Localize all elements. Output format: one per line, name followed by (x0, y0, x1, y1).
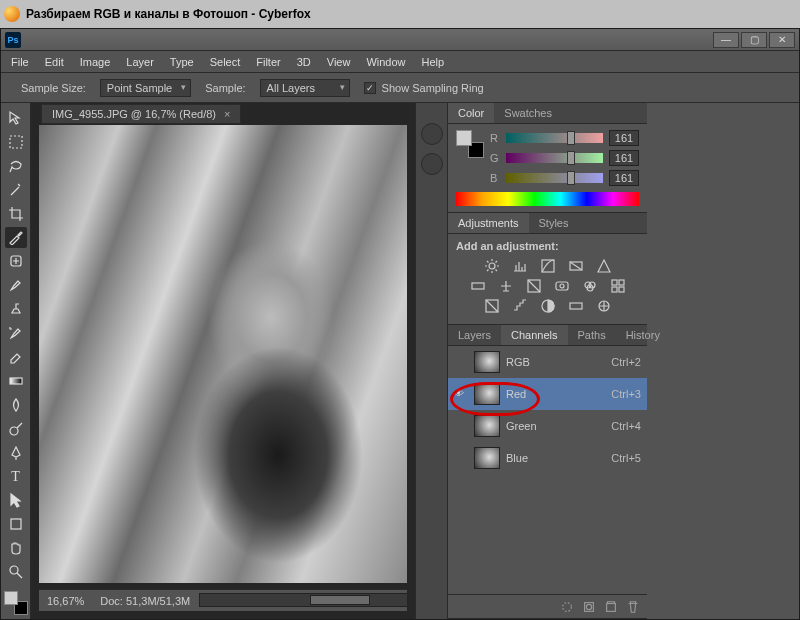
adj-photofilter-icon[interactable] (553, 278, 571, 294)
canvas[interactable]: 16,67% Doc: 51,3M/51,3M (39, 125, 407, 611)
collapsed-panels (415, 103, 447, 619)
pen-tool[interactable] (5, 442, 27, 464)
menu-layer[interactable]: Layer (126, 56, 154, 68)
visibility-toggle[interactable] (454, 451, 468, 465)
color-fg-bg[interactable] (456, 130, 484, 158)
adj-levels-icon[interactable] (511, 258, 529, 274)
r-slider[interactable] (506, 133, 603, 143)
adj-colorbalance-icon[interactable] (497, 278, 515, 294)
gradient-tool[interactable] (5, 370, 27, 392)
adj-exposure-icon[interactable] (567, 258, 585, 274)
magic-wand-tool[interactable] (5, 179, 27, 201)
fg-bg-swatch[interactable] (4, 591, 28, 615)
menu-file[interactable]: File (11, 56, 29, 68)
app-titlebar[interactable]: Ps — ▢ ✕ (1, 29, 799, 51)
zoom-tool[interactable] (5, 561, 27, 583)
b-value[interactable]: 161 (609, 170, 639, 186)
channel-blue[interactable]: Blue Ctrl+5 (448, 442, 647, 474)
adj-bw-icon[interactable] (525, 278, 543, 294)
menu-help[interactable]: Help (422, 56, 445, 68)
dodge-tool[interactable] (5, 418, 27, 440)
adj-invert-icon[interactable] (483, 298, 501, 314)
lasso-tool[interactable] (5, 155, 27, 177)
adj-vibrance-icon[interactable] (595, 258, 613, 274)
menu-edit[interactable]: Edit (45, 56, 64, 68)
menu-window[interactable]: Window (366, 56, 405, 68)
adj-gradientmap-icon[interactable] (567, 298, 585, 314)
tab-paths[interactable]: Paths (568, 325, 616, 345)
move-tool[interactable] (5, 107, 27, 129)
zoom-value[interactable]: 16,67% (47, 595, 84, 607)
tab-color[interactable]: Color (448, 103, 494, 123)
main-menu: File Edit Image Layer Type Select Filter… (1, 51, 799, 73)
options-bar: Sample Size: Point Sample Sample: All La… (1, 73, 799, 103)
healing-brush-tool[interactable] (5, 250, 27, 272)
adj-threshold-icon[interactable] (539, 298, 557, 314)
save-selection-icon[interactable] (581, 599, 597, 615)
color-spectrum[interactable] (456, 192, 639, 206)
status-bar: 16,67% Doc: 51,3M/51,3M (39, 589, 407, 611)
visibility-toggle[interactable] (454, 419, 468, 433)
type-tool[interactable]: T (5, 466, 27, 488)
menu-select[interactable]: Select (210, 56, 241, 68)
visibility-toggle[interactable] (454, 387, 468, 401)
adj-colorlookup-icon[interactable] (609, 278, 627, 294)
tab-close-icon[interactable]: × (224, 108, 230, 120)
doc-size: Doc: 51,3M/51,3M (100, 595, 190, 607)
h-scrollbar[interactable] (199, 593, 407, 607)
eyedropper-tool[interactable] (5, 227, 27, 249)
tab-styles[interactable]: Styles (529, 213, 579, 233)
r-value[interactable]: 161 (609, 130, 639, 146)
visibility-toggle[interactable] (454, 355, 468, 369)
menu-type[interactable]: Type (170, 56, 194, 68)
path-select-tool[interactable] (5, 490, 27, 512)
adj-brightness-icon[interactable] (483, 258, 501, 274)
channel-green[interactable]: Green Ctrl+4 (448, 410, 647, 442)
h-scroll-thumb[interactable] (310, 595, 370, 605)
new-channel-icon[interactable] (603, 599, 619, 615)
channel-rgb[interactable]: RGB Ctrl+2 (448, 346, 647, 378)
marquee-tool[interactable] (5, 131, 27, 153)
menu-filter[interactable]: Filter (256, 56, 280, 68)
menu-image[interactable]: Image (80, 56, 111, 68)
collapsed-panel-icon[interactable] (421, 123, 443, 145)
close-button[interactable]: ✕ (769, 32, 795, 48)
load-selection-icon[interactable] (559, 599, 575, 615)
tab-adjustments[interactable]: Adjustments (448, 213, 529, 233)
hand-tool[interactable] (5, 537, 27, 559)
brush-tool[interactable] (5, 274, 27, 296)
channels-footer (448, 594, 647, 618)
document-tab[interactable]: IMG_4955.JPG @ 16,7% (Red/8) × (41, 104, 241, 124)
g-slider[interactable] (506, 153, 603, 163)
delete-channel-icon[interactable] (625, 599, 641, 615)
maximize-button[interactable]: ▢ (741, 32, 767, 48)
adj-hue-icon[interactable] (469, 278, 487, 294)
b-slider[interactable] (506, 173, 603, 183)
menu-view[interactable]: View (327, 56, 351, 68)
svg-rect-9 (472, 283, 484, 289)
adj-selectivecolor-icon[interactable] (595, 298, 613, 314)
sample-size-dropdown[interactable]: Point Sample (100, 79, 191, 97)
channel-red[interactable]: Red Ctrl+3 (448, 378, 647, 410)
menu-3d[interactable]: 3D (297, 56, 311, 68)
adj-channelmixer-icon[interactable] (581, 278, 599, 294)
tab-channels[interactable]: Channels (501, 325, 567, 345)
clone-stamp-tool[interactable] (5, 298, 27, 320)
tab-history[interactable]: History (616, 325, 670, 345)
shape-tool[interactable] (5, 513, 27, 535)
tab-layers[interactable]: Layers (448, 325, 501, 345)
svg-point-5 (10, 566, 18, 574)
history-brush-tool[interactable] (5, 322, 27, 344)
tab-swatches[interactable]: Swatches (494, 103, 562, 123)
blur-tool[interactable] (5, 394, 27, 416)
adj-curves-icon[interactable] (539, 258, 557, 274)
adj-posterize-icon[interactable] (511, 298, 529, 314)
show-ring-checkbox[interactable]: ✓ (364, 82, 376, 94)
sample-layers-dropdown[interactable]: All Layers (260, 79, 350, 97)
eraser-tool[interactable] (5, 346, 27, 368)
crop-tool[interactable] (5, 203, 27, 225)
g-value[interactable]: 161 (609, 150, 639, 166)
minimize-button[interactable]: — (713, 32, 739, 48)
svg-rect-4 (11, 519, 21, 529)
collapsed-panel-icon[interactable] (421, 153, 443, 175)
